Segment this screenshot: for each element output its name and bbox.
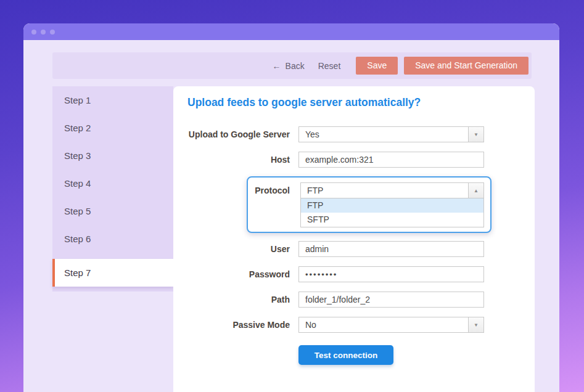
sidebar-item-step-5[interactable]: Step 5	[52, 197, 173, 225]
protocol-label: Protocol	[248, 186, 290, 195]
test-connection-button[interactable]: Test connection	[298, 345, 393, 365]
save-button[interactable]: Save	[356, 57, 398, 75]
passive-mode-value: No	[299, 320, 468, 330]
path-field-wrap	[298, 292, 484, 308]
window-dot	[50, 30, 55, 35]
save-and-start-generation-button[interactable]: Save and Start Generation	[404, 57, 528, 75]
user-field-wrap	[298, 241, 484, 257]
path-label: Path	[173, 295, 290, 304]
user-input[interactable]	[299, 242, 483, 256]
password-label: Password	[173, 269, 290, 279]
sidebar-item-step-2[interactable]: Step 2	[52, 114, 173, 142]
sidebar-item-step-7[interactable]: Step 7	[52, 259, 173, 287]
protocol-value: FTP	[301, 186, 468, 195]
password-row: Password	[173, 266, 535, 283]
window-dot	[41, 30, 46, 35]
upload-to-google-server-select[interactable]: Yes ▼	[298, 126, 484, 142]
window-dot	[31, 30, 36, 35]
path-row: Path	[173, 291, 535, 308]
host-input[interactable]	[299, 152, 483, 167]
path-input[interactable]	[299, 292, 483, 307]
host-row: Host	[173, 151, 535, 168]
user-label: User	[173, 244, 290, 254]
password-field-wrap	[298, 266, 484, 282]
upload-to-google-server-row: Upload to Google Server Yes ▼	[173, 126, 535, 143]
protocol-option-ftp[interactable]: FTP	[301, 198, 483, 213]
user-row: User	[173, 240, 535, 258]
back-arrow-icon: ←	[273, 61, 281, 71]
host-label: Host	[173, 155, 290, 165]
settings-panel: Upload feeds to google server automatica…	[173, 86, 535, 392]
app-window: ← Back Reset Save Save and Start Generat…	[23, 23, 559, 392]
passive-mode-label: Passive Mode	[173, 320, 290, 330]
password-input[interactable]	[299, 267, 483, 282]
window-titlebar	[23, 23, 559, 40]
sidebar-item-step-6[interactable]: Step 6	[52, 225, 173, 253]
protocol-select[interactable]: FTP ▲	[300, 182, 484, 198]
passive-mode-row: Passive Mode No ▼	[173, 316, 535, 333]
chevron-down-icon: ▼	[468, 127, 483, 142]
sidebar-item-step-3[interactable]: Step 3	[52, 142, 173, 169]
protocol-option-sftp[interactable]: SFTP	[301, 213, 483, 227]
chevron-down-icon: ▼	[468, 317, 483, 332]
upload-to-google-server-label: Upload to Google Server	[173, 129, 290, 139]
upload-to-google-server-value: Yes	[299, 129, 468, 139]
sidebar-item-step-4[interactable]: Step 4	[52, 169, 173, 197]
back-button-label: Back	[286, 61, 305, 71]
protocol-dropdown-list: FTP SFTP	[300, 198, 484, 227]
toolbar: ← Back Reset Save Save and Start Generat…	[52, 52, 532, 79]
host-field-wrap	[298, 152, 484, 168]
passive-mode-select[interactable]: No ▼	[298, 317, 484, 333]
steps-sidebar: Step 1 Step 2 Step 3 Step 4 Step 5 Step …	[52, 86, 173, 292]
sidebar-item-step-1[interactable]: Step 1	[52, 86, 173, 114]
protocol-highlight-box: Protocol FTP ▲ FTP SFTP	[247, 176, 491, 233]
reset-button[interactable]: Reset	[318, 61, 341, 71]
protocol-row: Protocol FTP ▲	[248, 182, 490, 198]
chevron-up-icon: ▲	[468, 183, 483, 198]
back-button[interactable]: ← Back	[273, 61, 305, 71]
page-title: Upload feeds to google server automatica…	[187, 96, 421, 109]
